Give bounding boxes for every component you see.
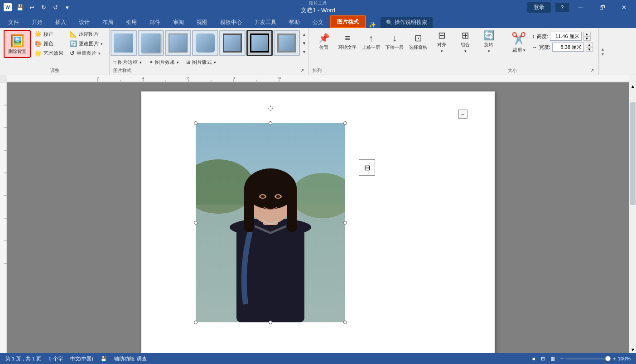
backward-button[interactable]: ↓ 下移一层: [383, 30, 406, 53]
height-up-spinner[interactable]: ▲: [583, 32, 591, 36]
width-label: 宽度:: [539, 44, 550, 51]
minimize-button[interactable]: ─: [570, 0, 591, 14]
handle-top-left[interactable]: [194, 121, 198, 125]
width-down-spinner[interactable]: ▼: [586, 47, 593, 52]
forward-button[interactable]: ↑ 上移一层: [360, 30, 382, 53]
redo-button[interactable]: ↻: [39, 3, 48, 12]
adjust-group: 🖼️ 删除背景 ☀️ 校正 🎨 颜色 🌟 艺术效果: [0, 28, 110, 75]
width-input[interactable]: 8.38 厘米: [552, 43, 584, 52]
size-expand[interactable]: ↗: [590, 68, 595, 73]
pic-styles-expand[interactable]: ↗: [300, 68, 305, 73]
zoom-thumb[interactable]: [605, 356, 611, 361]
reset-button[interactable]: ↺ 重置图片 ▾: [67, 49, 106, 57]
pic-styles-group: ▲ ▼ ▾ □ 图片边框 ▾ ✦ 图片效果 ▾ ⊞: [110, 28, 309, 75]
scroll-down-arrow[interactable]: ▼: [629, 346, 636, 353]
handle-bot-right[interactable]: [343, 321, 347, 324]
zoom-percent: 100%: [618, 356, 631, 361]
align-button[interactable]: ⊟ 对齐 ▾: [430, 30, 453, 53]
change-button[interactable]: 🔄 更改图片 ▾: [67, 39, 106, 48]
scroll-up-arrow[interactable]: ▲: [629, 82, 636, 90]
zoom-slider[interactable]: [565, 358, 611, 359]
remove-bg-button[interactable]: 🖼️ 删除背景: [4, 30, 31, 58]
pic-style-7[interactable]: [274, 30, 300, 56]
word-count: 0 个字: [48, 355, 63, 362]
pic-style-2[interactable]: [138, 30, 164, 56]
scroll-thumb[interactable]: [630, 102, 636, 205]
color-button[interactable]: 🎨 颜色: [32, 39, 66, 48]
pic-effect-button[interactable]: ✦ 图片效果 ▾: [146, 58, 182, 67]
tab-file[interactable]: 文件: [2, 16, 25, 28]
view-read-btn[interactable]: ⊟: [539, 355, 547, 363]
zoom-out-button[interactable]: −: [560, 355, 564, 362]
tab-design[interactable]: 设计: [72, 16, 96, 28]
pic-layout-button[interactable]: ⊞ 图片版式 ▾: [183, 58, 219, 67]
login-button[interactable]: 登录: [527, 2, 551, 13]
undo-button[interactable]: ↩: [27, 3, 36, 12]
view-web-btn[interactable]: ▦: [549, 355, 557, 363]
height-input[interactable]: 11.46 厘米: [550, 32, 582, 41]
handle-top-right[interactable]: [343, 121, 347, 125]
pic-style-4[interactable]: [192, 30, 218, 56]
tab-review[interactable]: 审阅: [167, 16, 190, 28]
pic-border-button[interactable]: □ 图片边框 ▾: [111, 58, 145, 67]
restore-button[interactable]: 🗗: [592, 0, 612, 14]
gallery-up-arrow[interactable]: ▲: [301, 30, 308, 38]
tab-official[interactable]: 公文: [306, 16, 330, 28]
pic-style-1[interactable]: [111, 30, 137, 56]
position-button[interactable]: 📌 位置: [313, 30, 335, 53]
gallery-down-arrow[interactable]: ▼: [301, 39, 308, 47]
handle-top-mid[interactable]: [269, 121, 272, 125]
svg-rect-35: [244, 187, 254, 232]
handle-bot-mid[interactable]: [269, 321, 272, 324]
image-container[interactable]: [196, 123, 345, 322]
save-button[interactable]: 💾: [15, 3, 24, 12]
height-down-spinner[interactable]: ▼: [583, 36, 591, 41]
tab-template[interactable]: 模板中心: [214, 16, 248, 28]
wrap-text-button[interactable]: ≡ 环绕文字: [336, 30, 359, 53]
search-tab[interactable]: 🔍 操作说明搜索: [381, 17, 433, 28]
handle-mid-left[interactable]: [194, 221, 198, 225]
align-dropdown: ▾: [441, 49, 443, 53]
tab-home[interactable]: 开始: [25, 16, 49, 28]
crop-dropdown: ▾: [523, 48, 525, 53]
tab-references[interactable]: 引用: [120, 16, 143, 28]
tab-insert[interactable]: 插入: [49, 16, 72, 28]
pic-style-6[interactable]: [246, 30, 273, 56]
art-effect-button[interactable]: 🌟 艺术效果: [32, 49, 66, 57]
group-button[interactable]: ⊞ 组合 ▾: [454, 30, 477, 53]
select-pane-button[interactable]: ⊡ 选择窗格: [407, 30, 429, 53]
width-up-spinner[interactable]: ▲: [586, 43, 593, 47]
pic-style-5[interactable]: [219, 30, 246, 56]
backward-icon: ↓: [392, 33, 397, 43]
tab-help[interactable]: 帮助: [283, 16, 306, 28]
tab-view[interactable]: 视图: [190, 16, 214, 28]
tab-dev[interactable]: 开发工具: [248, 16, 283, 28]
crop-button[interactable]: ✂️ 裁剪 ▾: [508, 30, 530, 55]
ai-tab[interactable]: ✨: [366, 21, 379, 28]
correct-button[interactable]: ☀️ 校正: [32, 30, 66, 38]
close-button[interactable]: ✕: [613, 0, 634, 14]
layout-icon-float[interactable]: ⊟: [359, 159, 375, 176]
tab-layout[interactable]: 布局: [96, 16, 120, 28]
scroll-track[interactable]: [629, 90, 636, 346]
handle-bot-left[interactable]: [194, 321, 198, 324]
pic-style-3[interactable]: [165, 30, 191, 56]
pic-layout-icon: ⊞: [186, 59, 190, 65]
height-value: 11.46 厘米: [555, 33, 579, 40]
ruler-horizontal: 2 4 6 8 10: [7, 75, 629, 82]
help-icon-btn[interactable]: ?: [555, 3, 569, 12]
zoom-in-button[interactable]: +: [612, 355, 616, 362]
qa-dropdown-button[interactable]: ▾: [63, 3, 72, 12]
gallery-expand-arrow[interactable]: ▾: [301, 48, 308, 56]
doc-scroll-area[interactable]: ⊟ ⌐: [7, 82, 629, 353]
rotate-button[interactable]: 🔄 旋转 ▾: [477, 30, 500, 53]
tab-mail[interactable]: 邮件: [143, 16, 167, 28]
rotate-handle[interactable]: [267, 105, 274, 111]
tab-picture-format[interactable]: 图片格式: [330, 15, 366, 28]
view-normal-btn[interactable]: ■: [530, 355, 537, 363]
size-group-content: ✂️ 裁剪 ▾ ↕ 高度: 11.46 厘米 ▲ ▼: [508, 30, 595, 67]
repeat-button[interactable]: ↺: [51, 3, 60, 12]
handle-mid-right[interactable]: [343, 221, 347, 225]
pic-styles-gallery: ▲ ▼ ▾: [111, 30, 308, 56]
compress-button[interactable]: 📐 压缩图片: [67, 30, 106, 38]
